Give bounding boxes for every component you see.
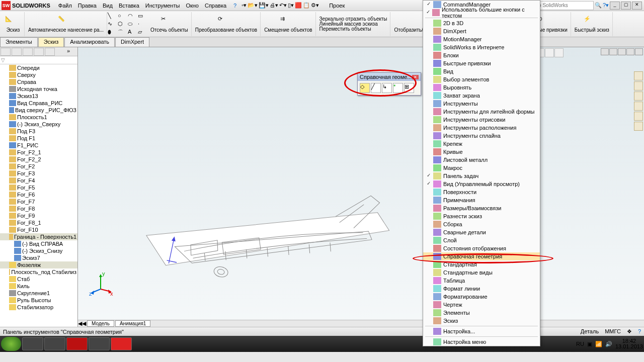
save-icon[interactable]: 💾▾	[259, 2, 269, 9]
menu-item[interactable]: Кривые	[423, 148, 540, 156]
menu-item[interactable]: Таблица	[423, 277, 540, 285]
tree-item[interactable]: For_F2	[0, 163, 77, 170]
taskbar-solidworks-icon[interactable]	[111, 337, 132, 350]
tree-item[interactable]: Под F3	[0, 128, 77, 135]
tree-item[interactable]: For_F4	[0, 177, 77, 184]
tab-evaluate[interactable]: Анализировать	[64, 37, 115, 47]
rapid-sketch-icon[interactable]: ⚡	[584, 16, 600, 28]
tab-sketch[interactable]: Эскиз	[38, 37, 64, 47]
rebuild-icon[interactable]: 🟥	[295, 2, 302, 9]
tab-animation1[interactable]: Анимация1	[115, 320, 151, 327]
tree-item[interactable]: Вид сверху _РИС_ФЮЗ	[0, 107, 77, 114]
tree-item[interactable]: Скругление1	[0, 290, 77, 297]
taskpane-explorer-icon[interactable]	[634, 92, 643, 101]
tree-item[interactable]: For_F3	[0, 170, 77, 177]
tree-item[interactable]: Фюзеляж	[0, 261, 77, 268]
menu-item[interactable]: Настройка меню	[423, 338, 540, 346]
tray-clock[interactable]: 18:42 13.01.2013	[615, 338, 643, 349]
menu-item[interactable]: Макрос	[423, 164, 540, 172]
vp-minimize-icon[interactable]	[618, 48, 626, 55]
vp-btn2-icon[interactable]	[609, 48, 617, 55]
tray-sound-icon[interactable]: 🔊	[605, 341, 612, 347]
taskbar-app4-icon[interactable]	[89, 337, 110, 350]
menu-item[interactable]: DimXpert	[423, 27, 540, 35]
tree-tab-property-icon[interactable]	[12, 48, 22, 56]
select-icon[interactable]: ▯▾	[288, 2, 294, 9]
spline-icon[interactable]: ∿	[108, 21, 116, 28]
tree-item[interactable]: (-) Вид СПРАВА	[0, 240, 77, 247]
maximize-button[interactable]: ▢	[621, 2, 631, 10]
tab-model[interactable]: Модель	[87, 320, 114, 327]
taskpane-library-icon[interactable]	[634, 81, 643, 90]
tree-item[interactable]: Киль	[0, 283, 77, 290]
menu-item[interactable]: ✓Панель задач	[423, 172, 540, 180]
menu-item[interactable]: Состояния отображения	[423, 244, 540, 252]
menu-item[interactable]: Стандартные виды	[423, 268, 540, 277]
arc-icon[interactable]: ◠	[128, 13, 136, 20]
tree-item[interactable]: Стаб	[0, 276, 77, 283]
tree-tab-display-icon[interactable]	[45, 48, 55, 56]
options-icon[interactable]: 📋	[303, 2, 310, 9]
scroll-left-icon[interactable]: ◀◀	[78, 320, 86, 327]
render-icon[interactable]	[545, 48, 554, 57]
ref-point-icon[interactable]: *	[393, 83, 403, 93]
help2-icon[interactable]: ?▾	[603, 2, 609, 9]
tree-item[interactable]: Эскиз13	[0, 93, 77, 100]
rect-icon[interactable]: ▭	[138, 13, 146, 20]
menu-item[interactable]: 2D в 3D	[423, 19, 540, 27]
taskpane-props-icon[interactable]	[634, 122, 643, 131]
plane-icon[interactable]: ▱	[138, 29, 146, 36]
taskpane-resources-icon[interactable]	[634, 71, 643, 80]
tree-item[interactable]: Плоскость1	[0, 114, 77, 121]
tray-network-icon[interactable]: 📶	[595, 341, 602, 347]
ref-mate-icon[interactable]: ⊞	[404, 83, 414, 93]
tree-item[interactable]: For_F7	[0, 198, 77, 205]
tree-collapse-icon[interactable]: »	[67, 48, 77, 56]
tree-item[interactable]: (-) Эскиз_Сверху	[0, 121, 77, 128]
tray-flag-icon[interactable]: ▣	[587, 341, 592, 347]
sketch-exit-icon[interactable]: 📐	[5, 16, 21, 28]
tree-item[interactable]: For_F10	[0, 226, 77, 233]
taskbar-app2-icon[interactable]	[44, 337, 65, 350]
toolbar-context-menu[interactable]: ✓CommandManager✓Использовать большие кно…	[423, 0, 540, 346]
tree-item[interactable]: Эскиз7	[0, 254, 77, 261]
start-button[interactable]	[1, 337, 21, 351]
offset-icon[interactable]: ⇉	[280, 16, 296, 28]
ref-plane-icon[interactable]: ◇	[360, 83, 370, 93]
tree-item[interactable]: Руль Высоты	[0, 297, 77, 304]
taskpane-palette-icon[interactable]	[634, 102, 643, 111]
menu-item[interactable]: Инструменты сплайна	[423, 132, 540, 140]
menu-item[interactable]: Примечания	[423, 196, 540, 204]
tree-item[interactable]: Спереди	[0, 64, 77, 71]
menu-view[interactable]: Вид	[100, 1, 116, 10]
ribbon-pattern-label[interactable]: Линейный массив эскиза	[319, 22, 378, 27]
menu-item[interactable]: SolidWorks в Интернете	[423, 43, 540, 51]
tree-item[interactable]: For_F5	[0, 184, 77, 191]
tree-item[interactable]: For_F8_1	[0, 219, 77, 226]
slot-icon[interactable]: ⬭	[128, 21, 136, 28]
menu-item[interactable]: Инструменты отрисовки	[423, 116, 540, 124]
tree-item[interactable]: Вид Справа_РИС	[0, 100, 77, 107]
taskbar-explorer-icon[interactable]	[22, 337, 43, 350]
menu-item[interactable]: Захват экрана	[423, 92, 540, 100]
open-icon[interactable]: 📂▾	[248, 2, 258, 9]
tab-features[interactable]: Элементы	[0, 37, 38, 47]
tree-item[interactable]: For_F6	[0, 191, 77, 198]
menu-window[interactable]: Окно	[183, 1, 202, 10]
menu-help[interactable]: Справка	[202, 1, 229, 10]
view-more-icon[interactable]	[554, 48, 564, 57]
status-units[interactable]: ММГС	[605, 328, 621, 335]
tree-item[interactable]: Исходная точка	[0, 85, 77, 93]
tree-item[interactable]: For_F9	[0, 212, 77, 219]
ribbon-move-label[interactable]: Переместить объекты	[319, 27, 371, 32]
tree-item[interactable]: For_F2_2	[0, 156, 77, 163]
convert-icon[interactable]: ⟳	[218, 16, 234, 28]
tree-item[interactable]: Под F1	[0, 135, 77, 142]
menu-edit[interactable]: Правка	[75, 1, 100, 10]
menu-item[interactable]: Листовой металл	[423, 156, 540, 164]
taskpane-appearance-icon[interactable]	[634, 112, 643, 121]
menu-item[interactable]: Разнести эскиз	[423, 212, 540, 220]
tree-filter-input[interactable]: ▽	[0, 56, 77, 64]
ribbon-mirror-label[interactable]: Зеркально отразить объекты	[319, 17, 387, 22]
tree-item[interactable]: Стабилизатор	[0, 304, 77, 311]
